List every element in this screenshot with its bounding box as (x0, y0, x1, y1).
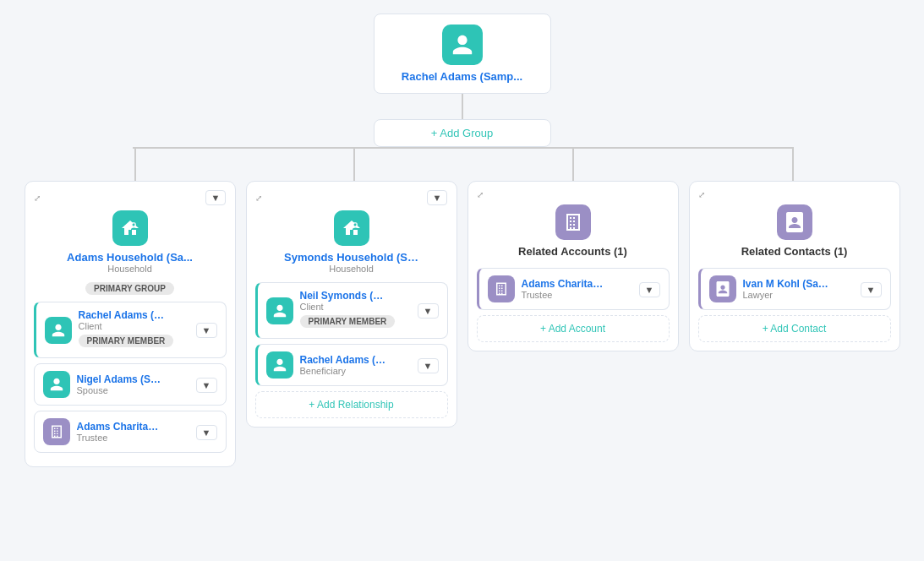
avatar-rachel (45, 317, 72, 344)
panel-title-adams[interactable]: Adams Household (Sa... (67, 251, 193, 264)
panel-subtitle-adams: Household (107, 264, 152, 274)
panel-icon-area-contacts: Related Contacts (1) (698, 204, 891, 258)
member-rachel-symonds: Rachel Adams (… Beneficiary ▼ (255, 344, 448, 386)
avatar-adams-charita (43, 418, 70, 445)
panel-header-adams: ⤢ ▼ (34, 190, 227, 205)
panel-title-accounts: Related Accounts (1) (518, 245, 627, 258)
add-relationship-btn[interactable]: + Add Relationship (255, 391, 448, 418)
member-name-rachel-symonds[interactable]: Rachel Adams (… (300, 354, 411, 366)
panel-symonds-household: ⤢ ▼ Symonds Household (S… Household Neil… (246, 181, 457, 428)
avatar-ivan-kohl (709, 275, 736, 302)
member-role-ivan-kohl: Lawyer (743, 290, 854, 300)
root-name[interactable]: Rachel Adams (Samp... (402, 70, 522, 83)
household-icon-symonds (334, 210, 369, 246)
dropdown-ivan-kohl[interactable]: ▼ (861, 282, 882, 297)
dropdown-adams-charita[interactable]: ▼ (196, 425, 217, 440)
building-icon-accounts (555, 204, 591, 240)
connector-root-to-add (462, 94, 463, 119)
member-name-rachel[interactable]: Rachel Adams (… (79, 309, 189, 321)
member-name-adams-charita-accounts[interactable]: Adams Charita… (522, 278, 632, 290)
dropdown-btn-adams-header[interactable]: ▼ (205, 190, 227, 205)
panel-header-contacts: ⤢ (698, 190, 891, 199)
member-neil-symonds: Neil Symonds (… Client PRIMARY MEMBER ▼ (255, 282, 448, 339)
panel-header-accounts: ⤢ (477, 190, 670, 199)
dropdown-btn-symonds-header[interactable]: ▼ (427, 190, 448, 205)
member-role-adams-charita: Trustee (77, 433, 189, 443)
badge-primary-member-neil: PRIMARY MEMBER (300, 315, 396, 328)
avatar-rachel-symonds (266, 351, 293, 379)
dropdown-nigel[interactable]: ▼ (196, 378, 217, 393)
avatar-neil (266, 297, 293, 324)
avatar-nigel (43, 371, 70, 398)
add-account-btn[interactable]: + Add Account (477, 315, 670, 342)
member-adams-charita: Adams Charita… Trustee ▼ (34, 411, 227, 453)
member-role-rachel: Client (79, 321, 189, 331)
household-icon-adams (112, 210, 148, 246)
horizontal-connector (14, 147, 910, 181)
badge-primary-group: PRIMARY GROUP (85, 282, 174, 295)
dropdown-adams-charita-accounts[interactable]: ▼ (639, 282, 660, 297)
root-icon (442, 25, 483, 65)
panel-header-symonds: ⤢ ▼ (255, 190, 448, 205)
member-adams-charita-accounts: Adams Charita… Trustee ▼ (477, 268, 670, 310)
member-name-neil[interactable]: Neil Symonds (… (300, 290, 411, 302)
badge-primary-member-rachel: PRIMARY MEMBER (79, 335, 174, 347)
panel-title-contacts: Related Contacts (1) (741, 245, 848, 258)
member-role-adams-charita-accounts: Trustee (522, 290, 632, 300)
add-contact-btn[interactable]: + Add Contact (698, 315, 891, 342)
member-rachel-adams: Rachel Adams (… Client PRIMARY MEMBER ▼ (34, 302, 227, 358)
panel-title-symonds[interactable]: Symonds Household (S… (284, 251, 418, 264)
dropdown-rachel-symonds[interactable]: ▼ (418, 358, 439, 373)
member-role-rachel-symonds: Beneficiary (300, 366, 411, 376)
panel-icon-area-accounts: Related Accounts (1) (477, 204, 670, 258)
add-group-box[interactable]: + Add Group (374, 119, 551, 147)
member-role-neil: Client (300, 302, 411, 312)
dropdown-neil[interactable]: ▼ (418, 303, 439, 319)
panel-related-contacts: ⤢ Related Contacts (1) Ivan M Kohl (Sa… … (689, 181, 900, 351)
expand-icon-contacts[interactable]: ⤢ (698, 190, 705, 199)
panel-related-accounts: ⤢ Related Accounts (1) Adams Charita… Tr… (467, 181, 679, 351)
dropdown-rachel[interactable]: ▼ (196, 323, 217, 338)
member-name-ivan-kohl[interactable]: Ivan M Kohl (Sa… (743, 278, 854, 290)
columns-area: ⤢ ▼ Adams Household (Sa... Household PRI… (14, 181, 910, 467)
member-name-nigel[interactable]: Nigel Adams (S… (77, 373, 189, 385)
panel-adams-household: ⤢ ▼ Adams Household (Sa... Household PRI… (25, 181, 236, 467)
member-name-adams-charita[interactable]: Adams Charita… (77, 421, 189, 433)
expand-icon-accounts[interactable]: ⤢ (477, 190, 484, 199)
panel-subtitle-symonds: Household (329, 264, 374, 274)
root-node: Rachel Adams (Samp... (374, 14, 551, 94)
member-nigel-adams: Nigel Adams (S… Spouse ▼ (34, 363, 227, 406)
contacts-icon (777, 204, 812, 240)
panel-icon-area-symonds: Symonds Household (S… Household (255, 210, 448, 279)
expand-icon-symonds[interactable]: ⤢ (255, 193, 262, 203)
panel-icon-area-adams: Adams Household (Sa... Household PRIMARY… (34, 210, 227, 298)
member-ivan-kohl: Ivan M Kohl (Sa… Lawyer ▼ (698, 268, 891, 310)
expand-icon-adams[interactable]: ⤢ (34, 193, 41, 203)
avatar-adams-charita-accounts (488, 275, 515, 302)
root-card[interactable]: Rachel Adams (Samp... (374, 14, 551, 94)
member-role-nigel: Spouse (77, 385, 189, 395)
